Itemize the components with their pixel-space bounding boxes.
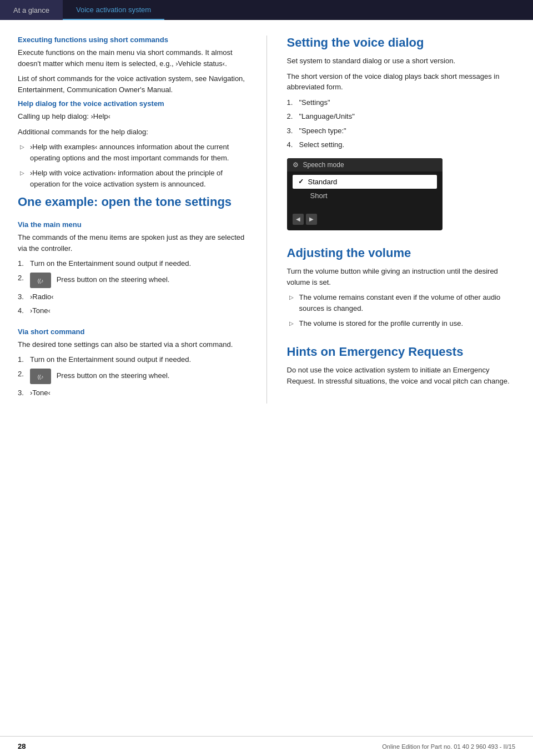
via-main-menu-title: Via the main menu — [18, 220, 247, 229]
short-command-step-2: 2. ((♪ Press button on the steering whee… — [18, 369, 247, 384]
section-executing-functions: Executing functions using short commands… — [18, 36, 247, 95]
voice-dialog-title: Setting the voice dialog — [287, 36, 516, 50]
short-command-step-1: 1. Turn on the Entertainment sound outpu… — [18, 354, 247, 365]
voice-dialog-step-4: 4. Select setting. — [287, 139, 516, 150]
speech-mode-screenshot: ⚙ Speech mode ✓ Standard Short ◀ ▶ — [287, 158, 443, 230]
voice-dialog-body1: Set system to standard dialog or use a s… — [287, 56, 516, 67]
doc-info: Online Edition for Part no. 01 40 2 960 … — [382, 743, 515, 750]
speech-mode-titlebar: ⚙ Speech mode — [287, 158, 443, 172]
main-menu-steps: 1. Turn on the Entertainment sound outpu… — [18, 258, 247, 316]
main-content: Executing functions using short commands… — [0, 20, 533, 437]
short-command-step-3: 3. ›Tone‹ — [18, 387, 247, 399]
section-volume: Adjusting the volume Turn the volume but… — [287, 246, 516, 329]
column-divider — [266, 36, 267, 404]
tab-at-a-glance[interactable]: At a glance — [0, 0, 63, 20]
main-menu-step-1: 1. Turn on the Entertainment sound outpu… — [18, 258, 247, 269]
page-footer: 28 Online Edition for Part no. 01 40 2 9… — [0, 736, 533, 756]
section-voice-dialog: Setting the voice dialog Set system to s… — [287, 36, 516, 230]
help-dialog-title: Help dialog for the voice activation sys… — [18, 99, 247, 108]
main-menu-step-4: 4. ›Tone‹ — [18, 305, 247, 316]
tone-settings-title: One example: open the tone settings — [18, 195, 247, 209]
help-bullet-2: ›Help with voice activation‹ information… — [18, 168, 247, 189]
volume-bullet-2: The volume is stored for the profile cur… — [287, 318, 516, 329]
help-dialog-bullets: ›Help with examples‹ announces informati… — [18, 142, 247, 189]
volume-bullets: The volume remains constant even if the … — [287, 292, 516, 329]
voice-dialog-steps: 1. "Settings" 2. "Language/Units" 3. "Sp… — [287, 97, 516, 150]
speech-option-short: Short — [293, 189, 437, 203]
tab-voice-activation[interactable]: Voice activation system — [63, 0, 164, 20]
via-short-command-body: The desired tone settings can also be st… — [18, 339, 247, 350]
short-command-steps: 1. Turn on the Entertainment sound outpu… — [18, 354, 247, 398]
btn-icon-inline: ((♪ — [30, 273, 51, 288]
svg-text:((♪: ((♪ — [38, 278, 44, 284]
emergency-title: Hints on Emergency Requests — [287, 345, 516, 359]
via-main-menu-body: The commands of the menu items are spoke… — [18, 232, 247, 254]
left-column: Executing functions using short commands… — [18, 36, 247, 404]
nav-left-arrow: ◀ — [293, 214, 304, 225]
main-menu-step-3: 3. ›Radio‹ — [18, 291, 247, 303]
voice-dialog-body2: The short version of the voice dialog pl… — [287, 71, 516, 93]
volume-title: Adjusting the volume — [287, 246, 516, 260]
section-help-dialog: Help dialog for the voice activation sys… — [18, 99, 247, 189]
main-menu-step-2: 2. ((♪ Press button on the steering whee… — [18, 273, 247, 288]
voice-dialog-step-1: 1. "Settings" — [287, 97, 516, 108]
speech-option-standard: ✓ Standard — [293, 175, 437, 189]
additional-commands: Additional commands for the help dialog: — [18, 127, 247, 138]
executing-functions-body2: List of short commands for the voice act… — [18, 73, 247, 95]
volume-body: Turn the volume button while giving an i… — [287, 266, 516, 288]
executing-functions-body1: Execute functions on the main menu via s… — [18, 47, 247, 69]
checkmark-icon: ✓ — [298, 178, 304, 185]
svg-text:((♪: ((♪ — [38, 374, 44, 380]
right-column: Setting the voice dialog Set system to s… — [287, 36, 516, 404]
btn-icon-inline-2: ((♪ — [30, 369, 51, 384]
voice-dialog-step-3: 3. "Speech type:" — [287, 125, 516, 137]
section-emergency: Hints on Emergency Requests Do not use t… — [287, 345, 516, 386]
speech-nav-arrows: ◀ ▶ — [293, 214, 317, 225]
speech-mode-label: Speech mode — [303, 161, 344, 169]
section-tone-settings: One example: open the tone settings Via … — [18, 195, 247, 398]
via-short-command-title: Via short command — [18, 327, 247, 336]
volume-bullet-1: The volume remains constant even if the … — [287, 292, 516, 314]
emergency-body: Do not use the voice activation system t… — [287, 365, 516, 386]
voice-dialog-step-2: 2. "Language/Units" — [287, 111, 516, 122]
page-header: At a glance Voice activation system — [0, 0, 533, 20]
nav-right-arrow: ▶ — [306, 214, 317, 225]
page-number: 28 — [18, 742, 26, 750]
speech-mode-icon: ⚙ — [293, 161, 299, 169]
speech-mode-menu: ✓ Standard Short — [293, 175, 437, 203]
executing-functions-title: Executing functions using short commands — [18, 36, 247, 44]
help-bullet-1: ›Help with examples‹ announces informati… — [18, 142, 247, 163]
calling-up-help: Calling up help dialog: ›Help‹ — [18, 111, 247, 122]
